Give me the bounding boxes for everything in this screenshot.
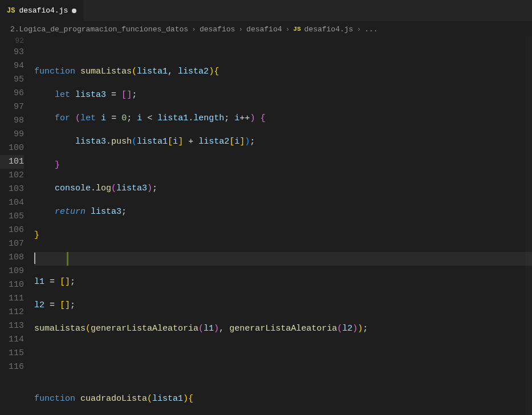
git-diff-added-icon [67,252,68,266]
chevron-right-icon: › [356,25,361,34]
chevron-right-icon: › [192,25,196,34]
line-number: 106 [0,223,24,237]
code-line[interactable]: function cuadradoLista(lista1){ [34,392,532,406]
line-number: 93 [0,46,24,59]
line-number: 115 [0,347,24,360]
code-line[interactable]: } [34,158,532,172]
code-line[interactable]: console.log(lista3); [34,182,532,196]
line-number: 105 [0,210,24,223]
line-number: 97 [0,100,24,114]
line-number: 112 [0,306,24,319]
js-icon: JS [7,7,15,15]
code-area[interactable]: function sumaListas(lista1, lista2){ let… [34,36,532,415]
code-line[interactable]: l2 = []; [34,299,532,312]
code-line[interactable]: return lista3; [34,205,532,219]
code-line[interactable]: sumaListas(generarListaAleatoria(l1), ge… [34,322,532,336]
breadcrumb-file[interactable]: desafio4.js [304,25,354,34]
line-number-gutter: 92 93 94 95 96 97 98 99 100 101 102 103 … [0,36,34,415]
scrollbar[interactable] [525,36,532,415]
line-number: 108 [0,251,24,265]
code-line-current[interactable] [34,252,532,266]
code-line[interactable] [34,369,532,383]
breadcrumb-segment[interactable]: desafios [200,25,235,34]
tab-bar: JS desafio4.js [0,0,532,22]
breadcrumb-segment[interactable]: desafio4 [246,25,282,34]
code-editor[interactable]: 92 93 94 95 96 97 98 99 100 101 102 103 … [0,36,532,415]
line-number: 98 [0,114,24,128]
line-number: 109 [0,265,24,278]
code-line[interactable] [34,46,532,55]
code-line[interactable]: let lista3 = []; [34,88,532,102]
code-line[interactable]: l1 = []; [34,275,532,289]
line-number: 100 [0,141,24,155]
line-number: 101 [0,155,24,169]
line-number: 92 [0,36,24,46]
chevron-right-icon: › [238,25,243,34]
breadcrumb-segment[interactable]: 2.Logica_de_programacion_funciones_datos [10,25,188,34]
code-line[interactable]: for (let i = 0; i < lista1.length; i++) … [34,112,532,125]
editor-tab[interactable]: JS desafio4.js [0,0,84,21]
breadcrumb[interactable]: 2.Logica_de_programacion_funciones_datos… [0,22,532,36]
line-number: 104 [0,196,24,210]
line-number: 116 [0,360,24,374]
code-line[interactable]: lista3.push(lista1[i] + lista2[i]); [34,135,532,149]
js-icon: JS [293,26,300,32]
code-line[interactable]: } [34,229,532,242]
line-number: 102 [0,169,24,182]
line-number: 114 [0,333,24,347]
line-number: 99 [0,128,24,141]
line-number: 110 [0,278,24,292]
line-number: 95 [0,73,24,87]
line-number: 94 [0,59,24,73]
line-number: 107 [0,237,24,251]
line-number: 103 [0,182,24,196]
text-cursor [34,253,35,264]
tab-filename: desafio4.js [19,6,68,15]
line-number: 113 [0,319,24,333]
line-number: 96 [0,87,24,100]
code-line[interactable]: function sumaListas(lista1, lista2){ [34,65,532,79]
line-number: 111 [0,292,24,306]
chevron-right-icon: › [286,25,290,34]
unsaved-indicator-icon [72,9,76,13]
code-line[interactable] [34,345,532,359]
breadcrumb-more[interactable]: ... [364,25,377,34]
